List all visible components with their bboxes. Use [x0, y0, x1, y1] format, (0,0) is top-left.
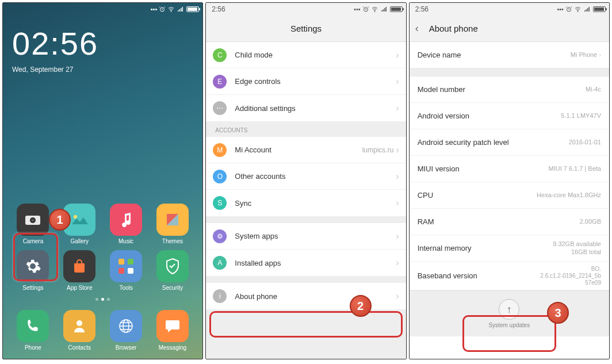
more-icon: ⋯	[213, 101, 227, 115]
row-internal-memory[interactable]: Internal memory 9.32GB available16GB tot…	[410, 235, 609, 262]
clock-date: Wed, September 27	[12, 66, 193, 74]
about-body[interactable]: Device name Mi Phone › Model numberMi-4c…	[410, 42, 609, 359]
dock-contacts[interactable]: Contacts	[56, 310, 103, 351]
appstore-icon	[71, 258, 87, 274]
svg-rect-12	[118, 259, 124, 265]
app-gallery[interactable]: Gallery	[56, 204, 103, 244]
svg-rect-5	[182, 7, 183, 12]
svg-point-20	[374, 12, 375, 12]
row-other-accounts[interactable]: OOther accounts›	[206, 163, 406, 190]
chevron-right-icon: ›	[396, 258, 399, 268]
row-miui-version[interactable]: MIUI versionMIUI 7 6.1.7 | Beta	[410, 156, 609, 182]
row-about-phone[interactable]: iAbout phone›	[206, 283, 406, 309]
svg-rect-27	[584, 10, 586, 12]
svg-rect-22	[382, 9, 384, 12]
wifi-icon	[167, 6, 175, 13]
settings-header: Settings	[206, 16, 406, 42]
row-model[interactable]: Model numberMi-4c	[410, 76, 609, 103]
camera-icon	[25, 214, 41, 225]
section-accounts: ACCOUNTS	[206, 121, 406, 137]
app-appstore[interactable]: App Store	[56, 250, 103, 291]
row-baseband[interactable]: Baseband version BO.2.6.c1.2-0196_2214_5…	[410, 262, 609, 290]
chevron-right-icon: ›	[396, 171, 399, 182]
battery-icon	[593, 6, 606, 12]
row-additional[interactable]: ⋯Additional settings›	[206, 95, 406, 121]
status-bar: •••	[3, 3, 202, 16]
svg-rect-21	[381, 10, 382, 12]
svg-point-16	[76, 320, 82, 326]
installed-apps-icon: A	[213, 256, 227, 270]
status-dots: •••	[151, 6, 158, 13]
status-bar: 2:56 •••	[410, 3, 609, 16]
gallery-icon	[71, 213, 88, 227]
row-installed-apps[interactable]: AInstalled apps›	[206, 250, 406, 276]
gear-icon	[24, 258, 41, 275]
row-ram[interactable]: RAM2.00GB	[410, 209, 609, 235]
status-dots: •••	[557, 6, 564, 13]
row-android-version[interactable]: Android version5.1.1 LMY47V	[410, 103, 609, 129]
svg-rect-30	[588, 7, 590, 12]
app-settings[interactable]: Settings	[10, 250, 56, 291]
battery-icon	[186, 6, 199, 12]
status-time: 2:56	[413, 5, 429, 13]
signal-icon	[583, 6, 591, 13]
row-device-name[interactable]: Device name Mi Phone ›	[410, 42, 609, 68]
child-mode-icon: C	[213, 48, 227, 62]
dock-browser[interactable]: Browser	[103, 310, 150, 351]
settings-body[interactable]: CChild mode› EEdge controls› ⋯Additional…	[206, 42, 406, 359]
row-sync[interactable]: SSync›	[206, 190, 406, 216]
svg-rect-11	[75, 264, 84, 272]
music-icon	[119, 212, 133, 228]
status-bar: 2:56 •••	[206, 3, 406, 16]
svg-rect-24	[385, 7, 387, 12]
back-button[interactable]: ‹	[415, 22, 419, 35]
app-tools[interactable]: Tools	[103, 250, 150, 291]
shield-icon	[165, 258, 180, 275]
wifi-icon	[574, 6, 582, 13]
alarm-icon	[362, 6, 369, 13]
app-camera[interactable]: Camera	[10, 204, 56, 244]
svg-rect-29	[587, 8, 588, 12]
home-apps-row-1: Camera Gallery Music Themes	[3, 204, 202, 247]
row-mi-account[interactable]: MMi Accountlumpics.ru›	[206, 137, 406, 163]
chevron-right-icon: ›	[396, 198, 399, 208]
status-time: 2:56	[209, 5, 225, 13]
signal-icon	[380, 6, 388, 13]
svg-point-26	[577, 12, 578, 12]
tools-icon	[116, 256, 136, 276]
about-title: About phone	[429, 24, 478, 33]
row-cpu[interactable]: CPUHexa-core Max1.8GHz	[410, 182, 609, 209]
settings-title: Settings	[290, 24, 322, 33]
alarm-icon	[565, 6, 572, 13]
app-music[interactable]: Music	[103, 204, 150, 244]
chevron-right-icon: ›	[396, 291, 399, 301]
mi-account-icon: M	[213, 143, 227, 157]
svg-rect-3	[179, 9, 181, 12]
chevron-right-icon: ›	[599, 51, 601, 58]
system-updates[interactable]: ↑ System updates	[410, 290, 609, 336]
app-security[interactable]: Security	[149, 250, 196, 291]
phone-icon	[25, 319, 40, 334]
about-header: ‹ About phone	[410, 16, 609, 42]
svg-rect-15	[128, 268, 133, 274]
row-security-patch[interactable]: Android security patch level2016-01-01	[410, 129, 609, 156]
contacts-icon	[72, 319, 86, 334]
accounts-icon: O	[213, 170, 227, 183]
dock-phone[interactable]: Phone	[10, 310, 56, 351]
info-icon: i	[213, 289, 227, 303]
row-system-apps[interactable]: ⚙System apps›	[206, 223, 406, 250]
globe-icon	[118, 318, 134, 334]
svg-point-1	[171, 12, 171, 12]
chevron-right-icon: ›	[396, 103, 399, 113]
svg-point-8	[32, 219, 34, 221]
row-edge-controls[interactable]: EEdge controls›	[206, 68, 406, 95]
settings-screen: 2:56 ••• Settings CChild mode› EEdge con…	[205, 2, 406, 359]
app-themes[interactable]: Themes	[149, 204, 196, 244]
svg-rect-4	[181, 8, 182, 12]
row-child-mode[interactable]: CChild mode›	[206, 42, 406, 68]
svg-rect-14	[118, 268, 124, 274]
dock-messaging[interactable]: Messaging	[149, 310, 196, 351]
clock-time: 02:56	[12, 25, 193, 62]
svg-point-9	[74, 215, 77, 219]
svg-rect-23	[384, 8, 385, 12]
